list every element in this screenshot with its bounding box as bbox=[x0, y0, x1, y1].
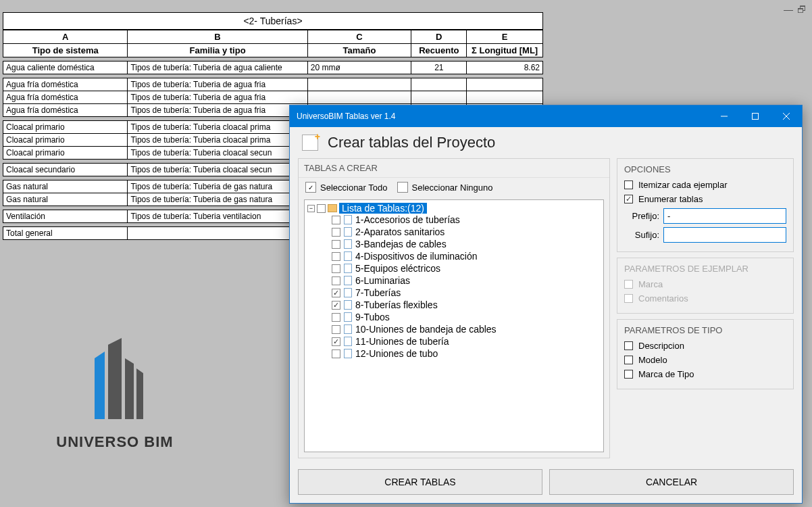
tree-item-checkbox[interactable] bbox=[332, 216, 340, 224]
minimize-button[interactable] bbox=[709, 105, 740, 127]
enumerate-option[interactable]: Enumerar tablas bbox=[624, 194, 786, 204]
tree-item-label: 7-Tuberías bbox=[355, 287, 401, 298]
tree-item-checkbox[interactable] bbox=[332, 289, 340, 297]
tree-item-checkbox[interactable] bbox=[332, 264, 340, 273]
marca-tipo-label: Marca de Tipo bbox=[638, 369, 694, 379]
modelo-label: Modelo bbox=[638, 355, 667, 365]
tree-item-checkbox[interactable] bbox=[332, 325, 340, 334]
titlebar-text: UniversoBIM Tablas ver 1.4 bbox=[290, 112, 709, 121]
table-icon bbox=[344, 337, 352, 346]
tree-item[interactable]: 7-Tuberías bbox=[307, 287, 601, 299]
tree-item[interactable]: 11-Uniones de tubería bbox=[307, 335, 601, 347]
tree-item[interactable]: 9-Tubos bbox=[307, 311, 601, 323]
tree-item[interactable]: 10-Uniones de bandeja de cables bbox=[307, 323, 601, 335]
titlebar[interactable]: UniversoBIM Tablas ver 1.4 bbox=[290, 105, 802, 127]
enumerate-checkbox[interactable] bbox=[624, 195, 633, 203]
select-none-button[interactable]: Seleccionar Ninguno bbox=[397, 182, 493, 193]
tree-item-checkbox[interactable] bbox=[332, 240, 340, 249]
tree-item-label: 1-Accesorios de tuberías bbox=[355, 214, 460, 225]
tree-root-checkbox[interactable] bbox=[317, 204, 326, 213]
tree-collapse-icon[interactable]: − bbox=[307, 205, 315, 212]
tree-item-label: 9-Tubos bbox=[355, 312, 390, 322]
col-name: Tamaño bbox=[307, 44, 411, 57]
select-none-label: Seleccionar Ninguno bbox=[412, 183, 493, 193]
close-button[interactable] bbox=[771, 105, 802, 127]
table-icon bbox=[344, 312, 352, 322]
table-icon bbox=[344, 239, 352, 249]
options-group: OPCIONES Itemizar cada ejemplar Enumerar… bbox=[617, 158, 794, 252]
tree-item[interactable]: 2-Aparatos sanitarios bbox=[307, 226, 601, 238]
window-controls: — 🗗 bbox=[784, 4, 807, 15]
col-name: Σ Longitud [ML] bbox=[467, 44, 543, 57]
modelo-checkbox[interactable] bbox=[624, 356, 633, 364]
tree-item-label: 3-Bandejas de cables bbox=[355, 239, 447, 249]
marca-label: Marca bbox=[638, 279, 663, 289]
prefix-label: Prefijo: bbox=[624, 211, 659, 221]
table-icon bbox=[344, 324, 352, 334]
table-row[interactable]: Agua fría domésticaTipos de tubería: Tub… bbox=[3, 91, 543, 104]
svg-marker-0 bbox=[95, 352, 105, 419]
descripcion-option[interactable]: Descripcion bbox=[624, 341, 786, 351]
select-all-button[interactable]: ✓ Seleccionar Todo bbox=[305, 182, 388, 193]
itemize-option[interactable]: Itemizar cada ejemplar bbox=[624, 180, 786, 190]
logo-text: UNIVERSO BIM bbox=[41, 433, 189, 451]
restore-icon[interactable]: 🗗 bbox=[797, 4, 807, 15]
marca-tipo-checkbox[interactable] bbox=[624, 370, 633, 379]
descripcion-label: Descripcion bbox=[638, 341, 684, 351]
tree-item-label: 12-Uniones de tubo bbox=[355, 348, 438, 359]
col-letter: D bbox=[411, 30, 467, 44]
tables-label: TABLAS A CREAR bbox=[299, 159, 609, 178]
col-name: Tipo de sistema bbox=[3, 44, 128, 57]
marca-checkbox bbox=[624, 280, 633, 289]
svg-rect-5 bbox=[753, 114, 759, 120]
tree-item-checkbox[interactable] bbox=[332, 276, 340, 285]
tree-root[interactable]: − Lista de Tablas:(12) bbox=[307, 203, 601, 214]
tree-item-checkbox[interactable] bbox=[332, 313, 340, 322]
tree-item[interactable]: 3-Bandejas de cables bbox=[307, 238, 601, 250]
tree-item-checkbox[interactable] bbox=[332, 337, 340, 346]
table-icon bbox=[344, 349, 352, 358]
maximize-button[interactable] bbox=[740, 105, 771, 127]
tree-item[interactable]: 4-Dispositivos de iluminación bbox=[307, 250, 601, 262]
table-icon bbox=[344, 227, 352, 237]
marca-option: Marca bbox=[624, 279, 786, 289]
tree-item-label: 2-Aparatos sanitarios bbox=[355, 226, 445, 237]
tree-item-label: 6-Luminarias bbox=[355, 275, 410, 286]
prefix-input[interactable] bbox=[663, 208, 786, 224]
type-params-title: PARAMETROS DE TIPO bbox=[624, 325, 786, 335]
table-icon bbox=[344, 264, 352, 273]
table-tree[interactable]: − Lista de Tablas:(12) 1-Accesorios de t… bbox=[304, 199, 604, 452]
tree-item-label: 5-Equipos eléctricos bbox=[355, 263, 440, 274]
tree-root-label: Lista de Tablas:(12) bbox=[339, 203, 427, 214]
table-icon bbox=[344, 276, 352, 285]
tree-item[interactable]: 5-Equipos eléctricos bbox=[307, 262, 601, 274]
tree-item-checkbox[interactable] bbox=[332, 228, 340, 237]
dialog-window: UniversoBIM Tablas ver 1.4 Crear tablas … bbox=[289, 105, 803, 504]
itemize-checkbox[interactable] bbox=[624, 180, 633, 189]
tree-item-checkbox[interactable] bbox=[332, 252, 340, 261]
tree-item[interactable]: 6-Luminarias bbox=[307, 274, 601, 287]
table-row[interactable]: Agua fría domésticaTipos de tubería: Tub… bbox=[3, 78, 543, 91]
dialog-heading: Crear tablas del Proyecto bbox=[328, 134, 495, 151]
logo: UNIVERSO BIM bbox=[41, 331, 189, 451]
tree-item[interactable]: 8-Tuberías flexibles bbox=[307, 299, 601, 311]
modelo-option[interactable]: Modelo bbox=[624, 355, 786, 365]
tree-item[interactable]: 12-Uniones de tubo bbox=[307, 347, 601, 360]
itemize-label: Itemizar cada ejemplar bbox=[638, 180, 728, 190]
create-tables-button[interactable]: CREAR TABLAS bbox=[298, 469, 542, 495]
svg-marker-1 bbox=[108, 338, 122, 419]
descripcion-checkbox[interactable] bbox=[624, 341, 633, 350]
folder-icon bbox=[328, 204, 337, 212]
enumerate-label: Enumerar tablas bbox=[638, 194, 703, 204]
cancel-button[interactable]: CANCELAR bbox=[549, 469, 794, 495]
tree-item-checkbox[interactable] bbox=[332, 301, 340, 310]
tree-item[interactable]: 1-Accesorios de tuberías bbox=[307, 214, 601, 226]
marca-tipo-option[interactable]: Marca de Tipo bbox=[624, 369, 786, 379]
suffix-input[interactable] bbox=[663, 227, 786, 243]
minimize-icon[interactable]: — bbox=[784, 4, 793, 15]
comentarios-label: Comentarios bbox=[638, 293, 688, 304]
tree-item-label: 11-Uniones de tubería bbox=[355, 336, 449, 347]
tree-item-checkbox[interactable] bbox=[332, 349, 340, 358]
table-row[interactable]: Agua caliente domésticaTipos de tubería:… bbox=[3, 62, 543, 74]
table-icon bbox=[344, 300, 352, 310]
